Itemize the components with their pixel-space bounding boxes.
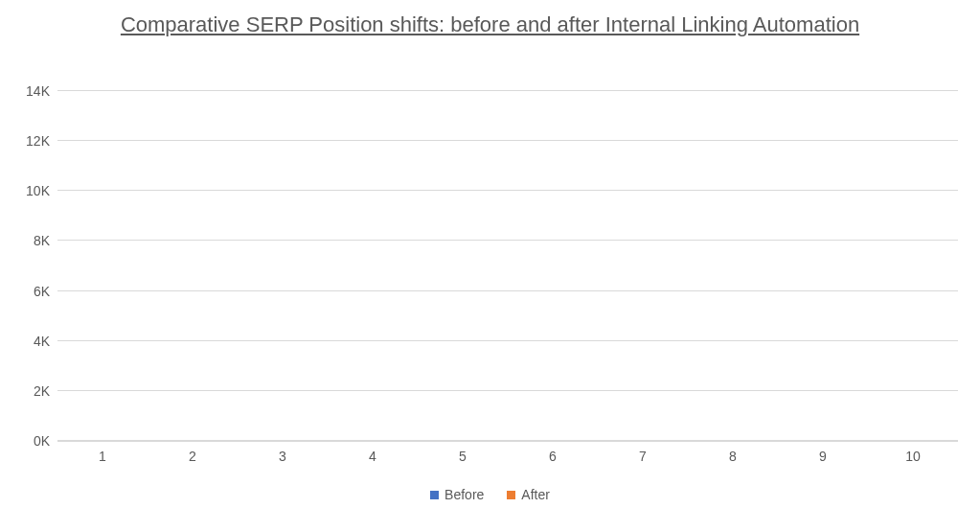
y-tick-label: 0K: [34, 433, 50, 449]
x-tick-label: 8: [729, 449, 737, 464]
y-tick-label: 12K: [26, 133, 50, 149]
legend-item-before: Before: [430, 487, 484, 502]
legend-label: After: [521, 487, 550, 502]
x-tick-label: 3: [279, 449, 286, 464]
x-tick-label: 6: [549, 449, 557, 464]
legend-swatch-icon: [430, 491, 439, 499]
legend-item-after: After: [507, 487, 550, 502]
y-tick-label: 14K: [26, 83, 50, 99]
x-tick-label: 4: [369, 449, 376, 464]
legend-label: Before: [444, 487, 484, 502]
x-tick-label: 9: [819, 449, 827, 464]
x-tick-label: 2: [189, 449, 196, 464]
y-tick-label: 6K: [34, 284, 50, 299]
x-tick-label: 5: [459, 449, 467, 464]
legend-swatch-icon: [507, 491, 515, 499]
y-tick-label: 10K: [26, 183, 50, 198]
y-tick-label: 4K: [34, 334, 50, 349]
y-tick-label: 2K: [34, 383, 50, 399]
x-tick-label: 10: [905, 449, 921, 464]
x-tick-label: 1: [99, 449, 106, 464]
x-tick-label: 7: [639, 449, 647, 464]
legend: Before After: [0, 487, 980, 502]
bars-group: 1 2 3 4 5: [57, 91, 958, 441]
chart-title: Comparative SERP Position shifts: before…: [0, 0, 980, 39]
plot-area: 0K 2K 4K 6K 8K 10K 12K 14K 1: [57, 91, 958, 442]
chart-container: Comparative SERP Position shifts: before…: [0, 0, 980, 508]
y-tick-label: 8K: [34, 233, 50, 248]
